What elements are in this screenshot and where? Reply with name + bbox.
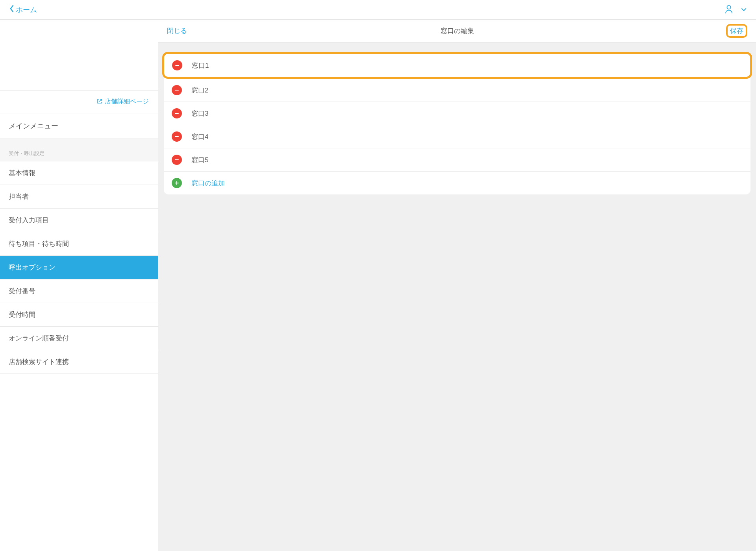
- sidebar-item-label: 受付入力項目: [9, 216, 49, 224]
- app-body: 店舗詳細ページ メインメニュー 受付・呼出設定 基本情報担当者受付入力項目待ち項…: [0, 20, 756, 551]
- remove-icon[interactable]: [172, 155, 182, 165]
- close-button[interactable]: 閉じる: [167, 26, 187, 35]
- sidebar: 店舗詳細ページ メインメニュー 受付・呼出設定 基本情報担当者受付入力項目待ち項…: [0, 20, 158, 551]
- remove-icon[interactable]: [172, 108, 182, 118]
- main-menu-label: メインメニュー: [9, 122, 58, 130]
- window-row[interactable]: 窓口3: [164, 102, 750, 125]
- add-window-label: 窓口の追加: [191, 179, 225, 188]
- window-label: 窓口2: [191, 86, 208, 95]
- sidebar-item-8[interactable]: 店舗検索サイト連携: [0, 350, 158, 374]
- windows-list: 窓口1窓口2窓口3窓口4窓口5窓口の追加: [164, 52, 750, 194]
- sidebar-item-label: オンライン順番受付: [9, 335, 69, 342]
- panel-title: 窓口の編集: [441, 26, 474, 35]
- svg-point-0: [727, 5, 730, 9]
- topbar: ホーム: [0, 0, 756, 20]
- panel-header: 閉じる 窓口の編集 保存: [158, 20, 756, 43]
- window-row[interactable]: 窓口5: [164, 148, 750, 172]
- sidebar-item-label: 呼出オプション: [9, 264, 56, 271]
- remove-icon[interactable]: [172, 60, 182, 70]
- window-row-highlight: 窓口1: [162, 52, 752, 79]
- external-link-icon: [97, 98, 102, 105]
- window-label: 窓口5: [191, 155, 208, 165]
- remove-icon[interactable]: [172, 131, 182, 142]
- window-label: 窓口1: [192, 61, 209, 70]
- window-row[interactable]: 窓口2: [164, 79, 750, 102]
- sidebar-item-label: 待ち項目・待ち時間: [9, 240, 69, 248]
- sidebar-item-6[interactable]: 受付時間: [0, 303, 158, 327]
- window-row[interactable]: 窓口1: [164, 54, 750, 77]
- section-header-label: 受付・呼出設定: [9, 150, 44, 156]
- sidebar-item-0[interactable]: 基本情報: [0, 161, 158, 185]
- main-panel: 閉じる 窓口の編集 保存 窓口1窓口2窓口3窓口4窓口5窓口の追加: [158, 20, 756, 551]
- sidebar-item-5[interactable]: 受付番号: [0, 279, 158, 303]
- sidebar-item-label: 受付時間: [9, 311, 35, 318]
- sidebar-item-label: 受付番号: [9, 287, 35, 295]
- main-menu[interactable]: メインメニュー: [0, 113, 158, 139]
- sidebar-item-2[interactable]: 受付入力項目: [0, 209, 158, 232]
- chevron-left-icon: [9, 5, 14, 15]
- sidebar-item-4[interactable]: 呼出オプション: [0, 256, 158, 279]
- sidebar-item-label: 基本情報: [9, 169, 35, 177]
- add-window-row[interactable]: 窓口の追加: [164, 172, 750, 194]
- window-label: 窓口3: [191, 109, 208, 118]
- sidebar-item-7[interactable]: オンライン順番受付: [0, 327, 158, 350]
- chevron-down-icon[interactable]: [741, 6, 747, 13]
- back-label: ホーム: [16, 5, 37, 15]
- store-detail-link[interactable]: 店舗詳細ページ: [0, 91, 158, 113]
- save-highlight: 保存: [726, 24, 747, 38]
- sidebar-item-label: 店舗検索サイト連携: [9, 358, 69, 366]
- user-icon[interactable]: [724, 4, 733, 16]
- window-row[interactable]: 窓口4: [164, 125, 750, 148]
- section-header: 受付・呼出設定: [0, 139, 158, 161]
- sidebar-item-1[interactable]: 担当者: [0, 185, 158, 209]
- topbar-right: [724, 4, 747, 16]
- add-icon[interactable]: [172, 178, 182, 188]
- save-button[interactable]: 保存: [730, 27, 743, 35]
- remove-icon[interactable]: [172, 85, 182, 95]
- store-detail-label: 店舗詳細ページ: [105, 98, 149, 106]
- window-label: 窓口4: [191, 132, 208, 141]
- sidebar-item-label: 担当者: [9, 193, 29, 200]
- sidebar-spacer: [0, 20, 158, 91]
- sidebar-item-3[interactable]: 待ち項目・待ち時間: [0, 232, 158, 256]
- back-home-button[interactable]: ホーム: [9, 5, 37, 15]
